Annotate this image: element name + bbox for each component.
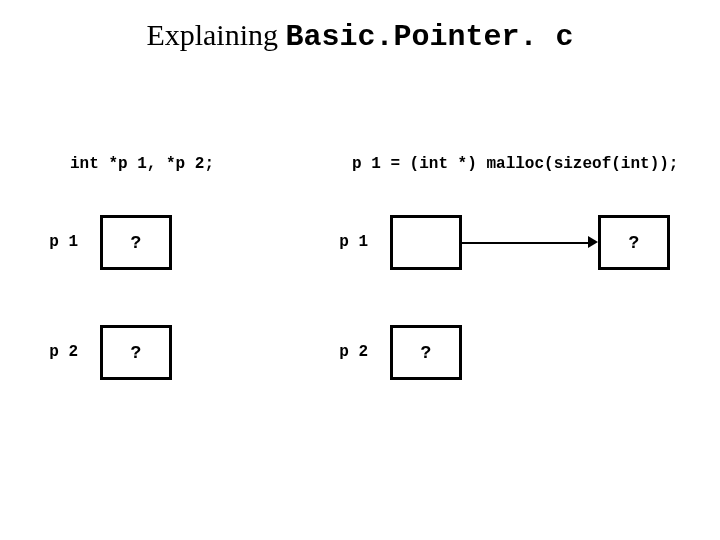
- right-p2-label: p 2: [338, 343, 368, 361]
- left-p2-label: p 2: [48, 343, 78, 361]
- right-code: p 1 = (int *) malloc(sizeof(int));: [352, 155, 678, 173]
- slide-title: Explaining Basic.Pointer. c: [0, 18, 720, 54]
- slide: Explaining Basic.Pointer. c int *p 1, *p…: [0, 0, 720, 540]
- right-heap-box: ?: [598, 215, 670, 270]
- right-p2-box: ?: [390, 325, 462, 380]
- left-p1-box: ?: [100, 215, 172, 270]
- left-p1-label: p 1: [48, 233, 78, 251]
- title-mono: Basic.Pointer. c: [286, 20, 574, 54]
- left-p2-box: ?: [100, 325, 172, 380]
- arrow-line-icon: [462, 242, 590, 244]
- arrow-head-icon: [588, 236, 598, 248]
- right-p1-label: p 1: [338, 233, 368, 251]
- right-p1-box: [390, 215, 462, 270]
- title-prefix: Explaining: [146, 18, 285, 51]
- left-code: int *p 1, *p 2;: [70, 155, 214, 173]
